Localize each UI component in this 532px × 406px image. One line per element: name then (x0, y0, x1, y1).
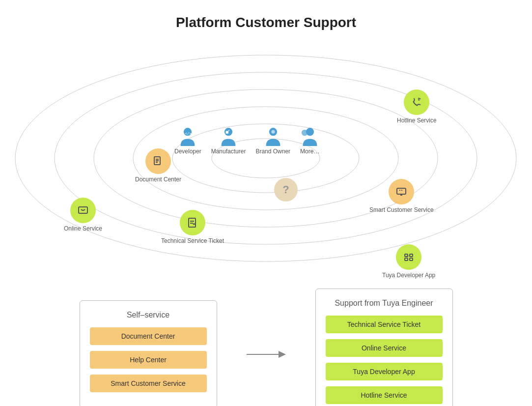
technical-service-icon[interactable]: Technical Service Ticket (161, 210, 224, 244)
hotline-service-btn[interactable]: Hotline Service (326, 386, 443, 404)
tuya-app-btn[interactable]: Tuya Developer App (326, 363, 443, 380)
developer-label: Developer (174, 148, 201, 155)
user-icons-group: </> Developer Manufacturer Brand Owner (174, 126, 319, 155)
arrow-icon (247, 347, 286, 362)
smart-customer-icon[interactable]: Smart Customer Service (369, 179, 434, 213)
svg-rect-14 (397, 188, 406, 194)
svg-text:</>: </> (185, 131, 192, 136)
brand-owner-icon-item[interactable]: Brand Owner (255, 126, 290, 155)
ellipses-svg (0, 35, 532, 276)
support-title: Support from Tuya Engineer (326, 299, 443, 308)
svg-rect-16 (401, 190, 402, 191)
manufacturer-label: Manufacturer (211, 148, 246, 155)
diagram-area: Document Center ? Online Service Technic… (0, 35, 532, 276)
online-service-icon[interactable]: Online Service (64, 198, 102, 232)
online-service-label: Online Service (64, 225, 102, 232)
document-center-btn[interactable]: Document Center (90, 327, 207, 345)
svg-point-30 (271, 130, 275, 134)
svg-marker-34 (279, 351, 286, 358)
developer-icon-item[interactable]: </> Developer (174, 126, 201, 155)
smart-customer-label: Smart Customer Service (369, 206, 434, 213)
tuya-app-icon[interactable]: APP Tuya Developer App (382, 244, 435, 279)
arrow-container (247, 347, 286, 362)
self-service-box: Self–service Document Center Help Center… (80, 300, 217, 406)
svg-rect-15 (399, 190, 400, 191)
online-service-btn[interactable]: Online Service (326, 339, 443, 357)
bottom-section: Self–service Document Center Help Center… (0, 279, 532, 406)
question-mark: ? (282, 183, 289, 196)
page-title: Platform Customer Support (0, 0, 532, 30)
hotline-icon[interactable]: Hotline Service (397, 89, 437, 124)
svg-text:APP: APP (405, 255, 409, 258)
smart-customer-btn[interactable]: Smart Customer Service (90, 375, 207, 392)
brand-owner-label: Brand Owner (255, 148, 290, 155)
manufacturer-icon-item[interactable]: Manufacturer (211, 126, 246, 155)
technical-service-label: Technical Service Ticket (161, 237, 224, 244)
self-service-title: Self–service (90, 311, 207, 319)
tuya-app-label: Tuya Developer App (382, 272, 435, 279)
hotline-label: Hotline Service (397, 117, 437, 124)
svg-rect-22 (410, 258, 413, 261)
svg-point-32 (306, 128, 314, 136)
support-box: Support from Tuya Engineer Technical Ser… (315, 289, 453, 406)
question-icon: ? (274, 178, 298, 202)
document-center-label: Document Center (135, 176, 181, 183)
svg-rect-21 (405, 258, 408, 261)
technical-service-btn[interactable]: Technical Service Ticket (326, 316, 443, 333)
svg-rect-27 (226, 131, 228, 133)
svg-rect-20 (410, 254, 413, 257)
more-label: More… (300, 148, 319, 155)
more-icon-item[interactable]: More… (300, 126, 319, 155)
help-center-btn[interactable]: Help Center (90, 351, 207, 369)
